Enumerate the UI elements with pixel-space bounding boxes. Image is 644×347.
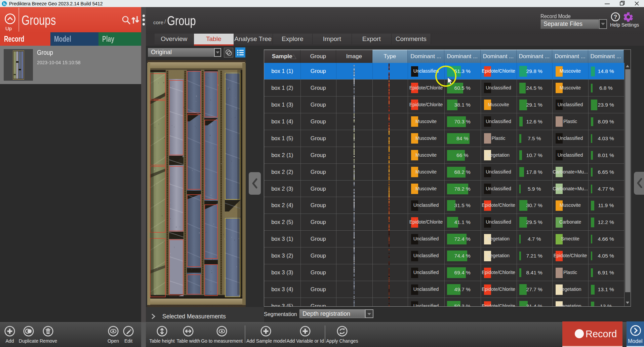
- svg-text:?: ?: [614, 14, 617, 20]
- svg-text:b: b: [3, 2, 5, 6]
